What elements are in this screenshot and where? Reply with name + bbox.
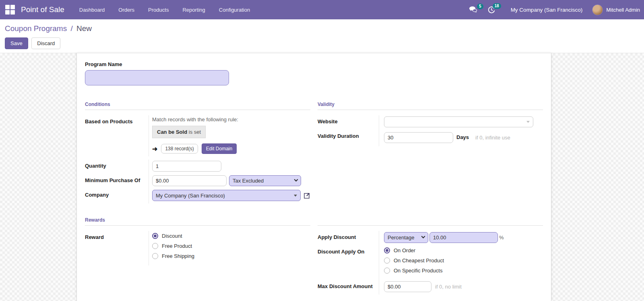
based-on-products-row: Based on Products Match records with the… — [85, 115, 310, 156]
rewards-right-group: Apply Discount Percentage % Discount App… — [318, 217, 543, 295]
menu-orders[interactable]: Orders — [111, 0, 141, 19]
user-avatar — [592, 4, 603, 15]
menu-dashboard[interactable]: Dashboard — [72, 0, 112, 19]
user-name: Mitchell Admin — [606, 7, 640, 13]
radio-icon — [152, 253, 158, 259]
arrow-right-icon: ➜ — [152, 145, 157, 153]
validity-duration-row: Validity Duration Days if 0, infinite us… — [318, 130, 543, 146]
app-title[interactable]: Point of Sale — [21, 5, 64, 14]
radio-checked-icon — [152, 233, 158, 239]
apply-on-option-label: On Cheapest Product — [394, 257, 444, 264]
max-discount-input[interactable] — [384, 281, 431, 292]
company-label: Company — [85, 189, 149, 203]
action-buttons: Save Discard — [5, 37, 639, 49]
website-row: Website — [318, 115, 543, 130]
quantity-label: Quantity — [85, 160, 149, 174]
discount-apply-on-label: Discount Apply On — [318, 245, 379, 280]
breadcrumb-separator: / — [70, 24, 72, 33]
discount-type-value: Percentage — [388, 235, 415, 241]
radio-icon — [152, 243, 158, 249]
program-name-label: Program Name — [85, 61, 543, 67]
apply-discount-row: Apply Discount Percentage % — [318, 231, 543, 245]
domain-rule-field: Can be Sold — [157, 129, 187, 135]
reward-option-label: Free Shipping — [162, 253, 194, 259]
discount-percentage-input[interactable] — [429, 232, 498, 243]
validity-duration-unit: Days — [456, 131, 473, 144]
website-label: Website — [318, 115, 379, 130]
radio-checked-icon — [384, 247, 390, 253]
reward-label: Reward — [85, 231, 149, 266]
tax-mode-select[interactable]: Tax Excluded — [229, 175, 301, 186]
percent-suffix: % — [499, 235, 504, 241]
minimum-purchase-label: Minimum Purchase Of — [85, 174, 149, 189]
top-navbar: Point of Sale Dashboard Orders Products … — [0, 0, 644, 19]
menu-configuration[interactable]: Configuration — [212, 0, 257, 19]
apply-on-cheapest-product[interactable]: On Cheapest Product — [384, 257, 543, 264]
menu-reporting[interactable]: Reporting — [175, 0, 212, 19]
minimum-purchase-input[interactable] — [152, 175, 227, 186]
program-name-input[interactable] — [85, 70, 229, 85]
apply-on-order[interactable]: On Order — [384, 247, 543, 253]
company-row: Company My Company (San Francisco) — [85, 189, 310, 203]
apply-on-option-label: On Specific Products — [394, 268, 442, 274]
user-menu[interactable]: Mitchell Admin — [592, 4, 640, 15]
chat-bubble-icon — [469, 6, 478, 13]
reward-row: Reward Discount Free Product Free Shi — [85, 231, 310, 266]
validity-duration-input[interactable] — [384, 132, 453, 143]
reward-option-label: Free Product — [162, 243, 192, 249]
radio-icon — [384, 268, 390, 274]
menu-products[interactable]: Products — [141, 0, 175, 19]
chevron-down-icon — [294, 178, 298, 182]
company-switcher[interactable]: My Company (San Francisco) — [511, 7, 583, 13]
reward-option-free-product[interactable]: Free Product — [152, 243, 310, 249]
breadcrumb: Coupon Programs / New — [5, 24, 639, 33]
messages-button[interactable]: 5 — [468, 4, 481, 15]
reward-option-discount[interactable]: Discount — [152, 233, 310, 239]
validity-duration-label: Validity Duration — [318, 130, 379, 146]
activities-button[interactable]: 18 — [487, 4, 499, 16]
reward-option-label: Discount — [162, 233, 182, 239]
apply-discount-label: Apply Discount — [318, 231, 379, 245]
breadcrumb-new: New — [76, 24, 92, 33]
domain-rule-chip[interactable]: Can be Sold is set — [152, 126, 206, 138]
discount-apply-on-row: Discount Apply On On Order On Cheapest P… — [318, 245, 543, 280]
discard-button[interactable]: Discard — [31, 37, 60, 49]
external-link-icon[interactable] — [303, 192, 310, 199]
validity-title: Validity — [318, 102, 543, 110]
company-select[interactable]: My Company (San Francisco) — [152, 190, 301, 201]
reward-option-free-shipping[interactable]: Free Shipping — [152, 253, 310, 259]
discount-type-select[interactable]: Percentage — [384, 232, 428, 243]
max-discount-row: Max Discount Amount if 0, no limit — [318, 280, 543, 295]
breadcrumb-coupon-programs[interactable]: Coupon Programs — [5, 24, 67, 33]
validity-group: Validity Website Validity Duration Da — [318, 102, 543, 203]
caret-down-icon — [294, 195, 297, 197]
website-select[interactable] — [384, 116, 533, 127]
rewards-title: Rewards — [85, 217, 310, 226]
apply-on-option-label: On Order — [394, 247, 415, 253]
chevron-down-icon — [421, 235, 425, 239]
apply-on-specific-products[interactable]: On Specific Products — [384, 268, 543, 274]
max-discount-label: Max Discount Amount — [318, 280, 379, 295]
minimum-purchase-row: Minimum Purchase Of Tax Excluded — [85, 174, 310, 189]
conditions-title: Conditions — [85, 102, 310, 110]
messages-count-badge: 5 — [477, 4, 483, 9]
rewards-right-title — [318, 217, 543, 226]
domain-intro-text: Match records with the following rule: — [152, 116, 310, 122]
apps-menu-icon[interactable] — [5, 4, 15, 15]
rewards-group: Rewards Reward Discount Free Product — [85, 217, 310, 295]
main-menu: Dashboard Orders Products Reporting Conf… — [72, 0, 257, 19]
edit-domain-button[interactable]: Edit Domain — [202, 143, 237, 154]
caret-down-icon — [526, 121, 530, 123]
records-count-button[interactable]: 138 record(s) — [161, 144, 198, 154]
control-panel: Coupon Programs / New Save Discard — [0, 19, 644, 53]
tax-mode-value: Tax Excluded — [233, 178, 264, 184]
radio-icon — [384, 257, 390, 264]
domain-rule-operator: is set — [189, 129, 201, 135]
quantity-row: Quantity — [85, 160, 310, 174]
activities-count-badge: 18 — [493, 3, 501, 9]
validity-duration-hint: if 0, infinite use — [475, 135, 510, 141]
quantity-input[interactable] — [152, 161, 221, 172]
save-button[interactable]: Save — [5, 37, 28, 49]
conditions-group: Conditions Based on Products Match recor… — [85, 102, 310, 203]
based-on-products-label: Based on Products — [85, 115, 149, 156]
